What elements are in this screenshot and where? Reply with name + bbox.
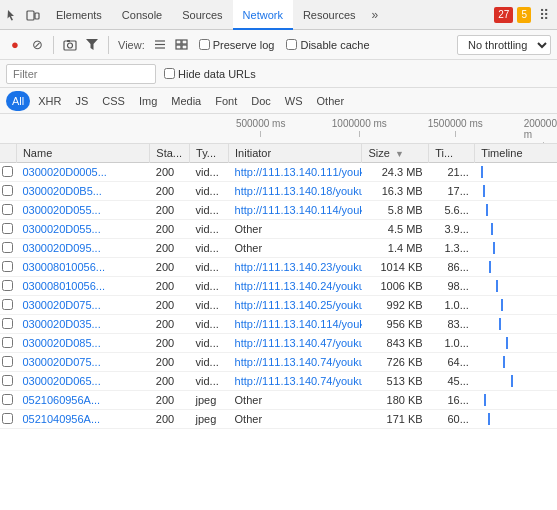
row-checkbox[interactable] — [2, 242, 13, 253]
filter-button[interactable] — [83, 36, 101, 54]
row-checkbox[interactable] — [2, 185, 13, 196]
clear-button[interactable]: ⊘ — [28, 36, 46, 54]
row-checkbox[interactable] — [2, 204, 13, 215]
row-initiator[interactable]: http://111.13.140.74/youku/6... — [229, 353, 362, 372]
initiator-link[interactable]: http://111.13.140.18/youku/6... — [235, 185, 362, 197]
initiator-link[interactable]: http://111.13.140.25/youku/6... — [235, 299, 362, 311]
th-checkbox — [0, 144, 16, 163]
preserve-log-input[interactable] — [199, 39, 210, 50]
row-status: 200 — [150, 391, 190, 410]
table-row[interactable]: 0300020D055...200vid...Other4.5 MB3.9... — [0, 220, 557, 239]
th-initiator[interactable]: Initiator — [229, 144, 362, 163]
screenshot-button[interactable] — [61, 36, 79, 54]
preserve-log-checkbox[interactable]: Preserve log — [199, 39, 275, 51]
table-row[interactable]: 0300020D095...200vid...Other1.4 MB1.3... — [0, 239, 557, 258]
table-row[interactable]: 0300020D085...200vid...http://111.13.140… — [0, 334, 557, 353]
table-row[interactable]: 0300020D055...200vid...http://111.13.140… — [0, 201, 557, 220]
tree-view-button[interactable] — [173, 36, 191, 54]
initiator-link[interactable]: http://111.13.140.74/youku/6... — [235, 375, 362, 387]
throttle-select[interactable]: No throttling — [457, 35, 551, 55]
tab-network[interactable]: Network — [233, 0, 293, 30]
th-name[interactable]: Name — [16, 144, 149, 163]
row-initiator[interactable]: http://111.13.140.114/youku/... — [229, 201, 362, 220]
table-row[interactable]: 0300020D0005...200vid...http://111.13.14… — [0, 163, 557, 182]
list-view-button[interactable] — [151, 36, 169, 54]
table-row[interactable]: 0300020D0B5...200vid...http://111.13.140… — [0, 182, 557, 201]
row-time: 98... — [429, 277, 475, 296]
timeline-bar — [481, 393, 551, 407]
devtools-menu-icon[interactable]: ⠿ — [535, 7, 553, 23]
initiator-link[interactable]: http://111.13.140.111/youku/... — [235, 166, 362, 178]
row-checkbox[interactable] — [2, 299, 13, 310]
row-status: 200 — [150, 410, 190, 429]
row-checkbox[interactable] — [2, 394, 13, 405]
type-filter-doc[interactable]: Doc — [245, 91, 277, 111]
type-filter-img[interactable]: Img — [133, 91, 163, 111]
initiator-link[interactable]: http://111.13.140.114/youku/... — [235, 204, 362, 216]
table-row[interactable]: 0300020D075...200vid...http://111.13.140… — [0, 353, 557, 372]
row-size: 171 KB — [362, 410, 429, 429]
timeline-bar-fill — [486, 204, 488, 216]
row-initiator[interactable]: http://111.13.140.114/youku/... — [229, 315, 362, 334]
hide-data-urls-input[interactable] — [164, 68, 175, 79]
row-status: 200 — [150, 315, 190, 334]
th-type[interactable]: Ty... — [190, 144, 229, 163]
th-timeline[interactable]: Timeline — [475, 144, 557, 163]
row-initiator[interactable]: http://111.13.140.111/youku/... — [229, 163, 362, 182]
row-checkbox[interactable] — [2, 356, 13, 367]
initiator-link[interactable]: http://111.13.140.47/youku/6... — [235, 337, 362, 349]
row-checkbox[interactable] — [2, 223, 13, 234]
row-initiator[interactable]: http://111.13.140.23/youku/6... — [229, 258, 362, 277]
tab-resources[interactable]: Resources — [293, 0, 366, 30]
disable-cache-input[interactable] — [286, 39, 297, 50]
disable-cache-checkbox[interactable]: Disable cache — [286, 39, 369, 51]
table-row[interactable]: 0300020D035...200vid...http://111.13.140… — [0, 315, 557, 334]
row-checkbox[interactable] — [2, 337, 13, 348]
type-filter-font[interactable]: Font — [209, 91, 243, 111]
tab-elements[interactable]: Elements — [46, 0, 112, 30]
filter-input[interactable] — [6, 64, 156, 84]
record-button[interactable]: ● — [6, 36, 24, 54]
type-filter-css[interactable]: CSS — [96, 91, 131, 111]
svg-rect-9 — [176, 40, 181, 44]
row-name: 0300020D0005... — [16, 163, 149, 182]
type-filter-all[interactable]: All — [6, 91, 30, 111]
row-initiator[interactable]: http://111.13.140.24/youku/6... — [229, 277, 362, 296]
select-element-icon[interactable] — [4, 6, 22, 24]
row-initiator[interactable]: http://111.13.140.18/youku/6... — [229, 182, 362, 201]
th-status[interactable]: Sta... — [150, 144, 190, 163]
table-row[interactable]: 0300020D065...200vid...http://111.13.140… — [0, 372, 557, 391]
row-checkbox[interactable] — [2, 261, 13, 272]
initiator-link[interactable]: http://111.13.140.24/youku/6... — [235, 280, 362, 292]
type-filter-ws[interactable]: WS — [279, 91, 309, 111]
initiator-link[interactable]: http://111.13.140.114/youku/... — [235, 318, 362, 330]
table-row[interactable]: 0521060956A...200jpegOther180 KB16... — [0, 391, 557, 410]
initiator-link[interactable]: http://111.13.140.23/youku/6... — [235, 261, 362, 273]
hide-data-urls-checkbox[interactable]: Hide data URLs — [164, 68, 256, 80]
table-row[interactable]: 030008010056...200vid...http://111.13.14… — [0, 277, 557, 296]
row-initiator[interactable]: http://111.13.140.47/youku/6... — [229, 334, 362, 353]
row-initiator[interactable]: http://111.13.140.74/youku/6... — [229, 372, 362, 391]
network-table-container[interactable]: Name Sta... Ty... Initiator Size ▼ Ti...… — [0, 144, 557, 510]
th-size[interactable]: Size ▼ — [362, 144, 429, 163]
table-row[interactable]: 0300020D075...200vid...http://111.13.140… — [0, 296, 557, 315]
th-time[interactable]: Ti... — [429, 144, 475, 163]
tab-console[interactable]: Console — [112, 0, 172, 30]
row-checkbox[interactable] — [2, 375, 13, 386]
initiator-link[interactable]: http://111.13.140.74/youku/6... — [235, 356, 362, 368]
preserve-log-label: Preserve log — [213, 39, 275, 51]
row-checkbox[interactable] — [2, 280, 13, 291]
tab-more-icon[interactable]: » — [368, 8, 383, 22]
row-checkbox[interactable] — [2, 166, 13, 177]
device-toolbar-icon[interactable] — [24, 6, 42, 24]
type-filter-xhr[interactable]: XHR — [32, 91, 67, 111]
row-checkbox[interactable] — [2, 318, 13, 329]
table-row[interactable]: 030008010056...200vid...http://111.13.14… — [0, 258, 557, 277]
row-checkbox[interactable] — [2, 413, 13, 424]
type-filter-js[interactable]: JS — [69, 91, 94, 111]
tab-sources[interactable]: Sources — [172, 0, 232, 30]
row-initiator[interactable]: http://111.13.140.25/youku/6... — [229, 296, 362, 315]
table-row[interactable]: 0521040956A...200jpegOther171 KB60... — [0, 410, 557, 429]
type-filter-other[interactable]: Other — [311, 91, 351, 111]
type-filter-media[interactable]: Media — [165, 91, 207, 111]
